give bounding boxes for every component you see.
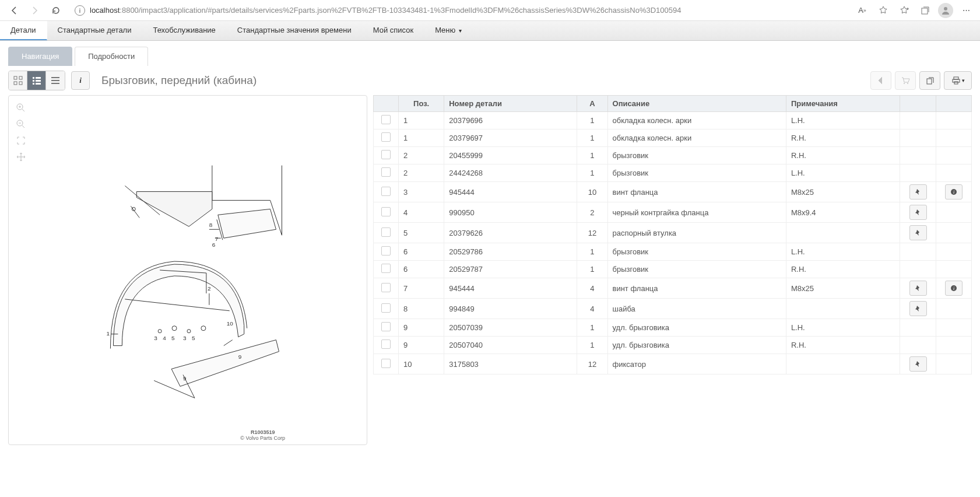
col-pos[interactable]: Поз. [399,96,444,112]
col-note[interactable]: Примечания [786,96,900,112]
profile-icon[interactable] [938,3,953,18]
cell-qty: 1 [577,261,607,278]
svg-rect-5 [19,82,22,85]
cell-note: R.H. [786,147,900,164]
svg-text:i: i [953,190,954,195]
row-checkbox[interactable] [381,115,391,124]
row-checkbox[interactable] [381,359,391,368]
cell-pos: 1 [399,112,444,130]
table-row[interactable]: 1203796971обкладка колесн. аркиR.H. [374,130,972,147]
parts-table-panel: Поз. Номер детали А Описание Примечания … [373,95,972,445]
row-checkbox[interactable] [381,228,391,237]
col-checkbox [374,96,399,112]
collections-icon[interactable] [917,2,933,19]
col-desc[interactable]: Описание [607,96,786,112]
pin-button[interactable] [909,281,927,296]
favorites-icon[interactable] [896,2,912,19]
pin-button[interactable] [909,184,927,200]
cart-button[interactable] [895,71,916,90]
svg-rect-7 [36,77,41,79]
col-part[interactable]: Номер детали [444,96,577,112]
view-grid-button[interactable] [9,71,27,90]
back-button[interactable] [6,2,22,19]
row-checkbox[interactable] [381,167,391,177]
table-row[interactable]: 89948494шайба [374,299,972,319]
cell-part: 20455999 [444,147,577,164]
cell-desc: шайба [607,299,786,319]
cell-part: 20529787 [444,261,577,278]
view-split-button[interactable] [27,71,46,90]
cell-pos: 2 [399,164,444,182]
info-button[interactable]: i [71,71,90,90]
cell-pos: 6 [399,243,444,261]
table-row[interactable]: 79454444винт фланцаM8x25i [374,278,972,299]
table-row[interactable]: 1203796961обкладка колесн. аркиL.H. [374,112,972,130]
parts-diagram[interactable]: 1 8 2 7 6 3 4 5 3 5 10 9 9 [9,96,367,444]
row-checkbox[interactable] [381,187,391,196]
cell-qty: 10 [577,182,607,202]
svg-text:7: 7 [215,236,219,242]
nav-my-list[interactable]: Мой список [363,21,424,40]
col-action1 [900,96,936,112]
row-checkbox[interactable] [381,340,391,349]
url-bar[interactable]: i localhost:8800/impact3/application/#pa… [69,3,849,18]
more-icon[interactable]: ⋯ [958,2,974,19]
read-aloud-icon[interactable]: A» [854,2,870,19]
cell-note: R.H. [786,261,900,278]
view-list-button[interactable] [46,71,65,90]
col-qty[interactable]: А [577,96,607,112]
cell-note [786,354,900,374]
table-row[interactable]: 2244242681брызговикL.H. [374,164,972,182]
cell-pos: 9 [399,319,444,337]
svg-rect-4 [14,82,17,85]
back-nav-button[interactable] [870,71,891,90]
table-row[interactable]: 6205297871брызговикR.H. [374,261,972,278]
nav-maintenance[interactable]: Техобслуживание [142,21,226,40]
svg-text:10: 10 [227,320,234,327]
table-row[interactable]: 49909502черный контргайка фланцаM8x9.4 [374,202,972,223]
row-info-button[interactable]: i [945,281,963,296]
nav-details[interactable]: Детали [0,21,47,40]
row-checkbox[interactable] [381,246,391,256]
cell-desc: черный контргайка фланца [607,202,786,223]
row-checkbox[interactable] [381,322,391,331]
star-settings-icon[interactable] [875,2,891,19]
table-row[interactable]: 2204559991брызговикR.H. [374,147,972,164]
pin-button[interactable] [909,205,927,220]
tab-details[interactable]: Подробности [75,47,148,66]
nav-menu[interactable]: Меню ▾ [424,21,473,40]
row-checkbox[interactable] [381,132,391,142]
pin-button[interactable] [909,225,927,240]
row-checkbox[interactable] [381,303,391,313]
row-checkbox[interactable] [381,207,391,216]
svg-rect-0 [922,8,928,14]
row-info-button[interactable]: i [945,184,963,200]
svg-point-1 [944,7,947,10]
cell-pos: 9 [399,337,444,354]
table-row[interactable]: 9205070401удл. брызговикаR.H. [374,337,972,354]
copy-button[interactable] [919,71,940,90]
nav-standard-parts[interactable]: Стандартные детали [47,21,143,40]
row-checkbox[interactable] [381,150,391,159]
pin-button[interactable] [909,301,927,316]
refresh-button[interactable] [48,2,64,19]
cell-desc: фиксатор [607,354,786,374]
cell-note [786,223,900,243]
svg-rect-11 [36,83,41,85]
svg-text:6: 6 [212,242,216,248]
table-row[interactable]: 9205070391удл. брызговикаL.H. [374,319,972,337]
cell-qty: 1 [577,147,607,164]
nav-standard-times[interactable]: Стандартные значения времени [227,21,363,40]
table-row[interactable]: 6205297861брызговикL.H. [374,243,972,261]
print-button[interactable]: ▾ [944,71,972,90]
row-checkbox[interactable] [381,264,391,273]
forward-button[interactable] [27,2,43,19]
tab-navigation[interactable]: Навигация [8,47,72,66]
table-row[interactable]: 52037962612распорный втулка [374,223,972,243]
table-row[interactable]: 10317580312фиксатор [374,354,972,374]
view-mode-group [8,71,65,90]
svg-text:5: 5 [171,335,175,341]
table-row[interactable]: 394544410винт фланцаM8x25i [374,182,972,202]
row-checkbox[interactable] [381,283,391,292]
pin-button[interactable] [909,356,927,372]
